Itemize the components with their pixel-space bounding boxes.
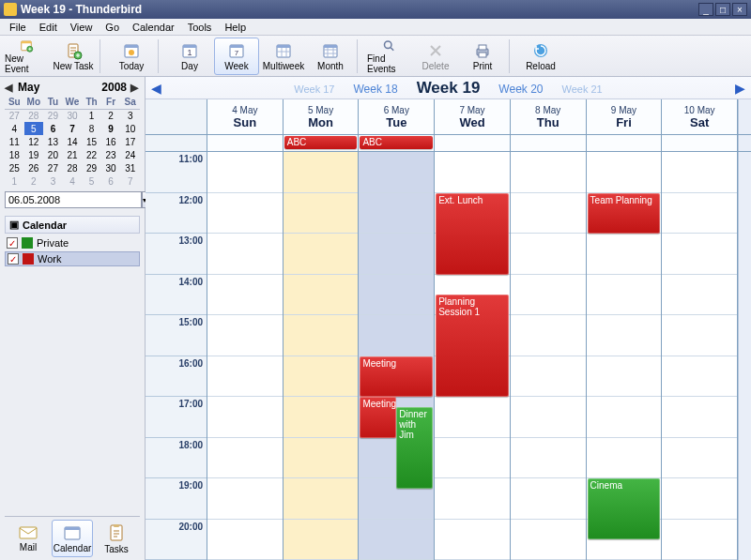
calendar-item[interactable]: ✓Work: [5, 251, 140, 266]
event[interactable]: Meeting: [360, 356, 433, 398]
day-header[interactable]: 8 MayThu: [511, 99, 587, 134]
mini-day[interactable]: 3: [43, 174, 63, 188]
day-header[interactable]: 5 MayMon: [284, 99, 360, 134]
week-tab[interactable]: Week 17: [294, 83, 334, 95]
tasks-tab[interactable]: Tasks: [96, 520, 137, 557]
menu-edit[interactable]: Edit: [34, 21, 63, 34]
new-event-button[interactable]: New Event: [4, 38, 49, 75]
day-header[interactable]: 6 MayTue: [359, 99, 435, 134]
allday-cell[interactable]: [662, 135, 738, 151]
mini-day[interactable]: 28: [63, 161, 83, 174]
mini-day[interactable]: 6: [101, 174, 121, 188]
week-tab[interactable]: Week 20: [498, 83, 543, 96]
next-week-button[interactable]: ▶: [730, 81, 745, 96]
checkbox[interactable]: ✓: [7, 237, 18, 249]
mini-day[interactable]: 27: [43, 161, 63, 174]
event[interactable]: Meeting: [360, 397, 396, 438]
prev-month-button[interactable]: ◀: [5, 82, 14, 94]
prev-week-button[interactable]: ◀: [151, 81, 166, 96]
allday-cell[interactable]: [435, 135, 511, 151]
calendars-header[interactable]: ▣ Calendar: [5, 216, 140, 234]
find-events-button[interactable]: Find Events: [366, 38, 411, 75]
mini-day[interactable]: 15: [82, 135, 101, 148]
mini-day[interactable]: 12: [24, 135, 44, 148]
menu-file[interactable]: File: [4, 21, 32, 34]
day-column[interactable]: [284, 152, 360, 560]
event[interactable]: Planning Session 1: [436, 295, 509, 397]
close-button[interactable]: ×: [732, 3, 747, 16]
mini-day[interactable]: 25: [5, 161, 24, 174]
mail-tab[interactable]: Mail: [8, 520, 49, 557]
day-view-button[interactable]: 1 Day: [167, 38, 212, 75]
day-header[interactable]: 7 MayWed: [435, 99, 511, 134]
allday-cell[interactable]: ABC Conference: [359, 135, 435, 151]
delete-button[interactable]: Delete: [413, 38, 458, 75]
mini-day[interactable]: 10: [120, 122, 140, 135]
multiweek-view-button[interactable]: Multiweek: [261, 38, 306, 75]
mini-day[interactable]: 7: [63, 122, 83, 135]
day-header[interactable]: 10 MaySat: [662, 99, 738, 134]
mini-day[interactable]: 17: [120, 135, 140, 148]
week-view-button[interactable]: 7 Week: [214, 38, 259, 75]
today-button[interactable]: Today: [109, 38, 154, 75]
mini-day[interactable]: 29: [82, 161, 101, 174]
date-input[interactable]: [5, 191, 142, 208]
next-month-button[interactable]: ▶: [130, 82, 140, 94]
day-column[interactable]: [207, 152, 284, 560]
week-tab[interactable]: Week 19: [417, 79, 481, 98]
mini-day[interactable]: 14: [63, 135, 83, 148]
mini-day[interactable]: 20: [43, 148, 63, 161]
mini-day[interactable]: 2: [101, 109, 121, 122]
week-tab[interactable]: Week 18: [353, 83, 397, 96]
time-grid[interactable]: 11:0012:0013:0014:0015:0016:0017:0018:00…: [146, 152, 751, 560]
checkbox[interactable]: ✓: [8, 253, 19, 265]
calendar-item[interactable]: ✓Private: [5, 236, 140, 250]
allday-cell[interactable]: [511, 135, 587, 151]
mini-day[interactable]: 1: [82, 109, 101, 122]
mini-day[interactable]: 30: [101, 161, 121, 174]
mini-day[interactable]: 26: [24, 161, 44, 174]
menu-tools[interactable]: Tools: [182, 21, 218, 34]
calendar-tab[interactable]: Calendar: [52, 520, 93, 557]
menu-help[interactable]: Help: [219, 21, 252, 34]
allday-event[interactable]: ABC Conference: [284, 136, 358, 149]
mini-day[interactable]: 1: [5, 174, 24, 188]
allday-event[interactable]: ABC Conference: [360, 136, 433, 149]
mini-day[interactable]: 28: [24, 109, 44, 122]
day-header[interactable]: 4 MaySun: [207, 99, 284, 134]
mini-day[interactable]: 24: [120, 148, 140, 161]
allday-cell[interactable]: ABC Conference: [284, 135, 360, 151]
event[interactable]: Team Planning: [588, 193, 661, 235]
mini-day[interactable]: 4: [5, 122, 24, 135]
mini-day[interactable]: 31: [120, 161, 140, 174]
day-column[interactable]: [511, 152, 587, 560]
allday-cell[interactable]: [587, 135, 663, 151]
new-task-button[interactable]: New Task: [51, 38, 96, 75]
month-view-button[interactable]: Month: [308, 38, 353, 75]
mini-day[interactable]: 22: [82, 148, 101, 161]
mini-day[interactable]: 29: [43, 109, 63, 122]
day-column[interactable]: [662, 152, 738, 560]
event[interactable]: Dinner with Jim: [396, 407, 433, 489]
mini-day[interactable]: 4: [63, 174, 83, 188]
mini-day[interactable]: 7: [120, 174, 140, 188]
mini-day[interactable]: 5: [24, 122, 44, 135]
mini-day[interactable]: 3: [120, 109, 140, 122]
maximize-button[interactable]: □: [715, 3, 730, 16]
allday-cell[interactable]: [207, 135, 284, 151]
mini-day[interactable]: 13: [43, 135, 63, 148]
event[interactable]: Ext. Lunch: [436, 193, 509, 275]
week-tab[interactable]: Week 21: [562, 83, 603, 95]
menu-go[interactable]: Go: [100, 21, 125, 34]
mini-day[interactable]: 2: [24, 174, 44, 188]
mini-day[interactable]: 27: [5, 109, 24, 122]
mini-day[interactable]: 19: [24, 148, 44, 161]
mini-day[interactable]: 6: [43, 122, 63, 135]
mini-day[interactable]: 11: [5, 135, 24, 148]
day-column[interactable]: Ext. LunchPlanning Session 1: [435, 152, 511, 560]
mini-day[interactable]: 9: [101, 122, 121, 135]
mini-day[interactable]: 5: [82, 174, 101, 188]
day-column[interactable]: MeetingMeetingDinner with Jim: [359, 152, 435, 560]
minimize-button[interactable]: _: [698, 3, 713, 16]
mini-day[interactable]: 23: [101, 148, 121, 161]
